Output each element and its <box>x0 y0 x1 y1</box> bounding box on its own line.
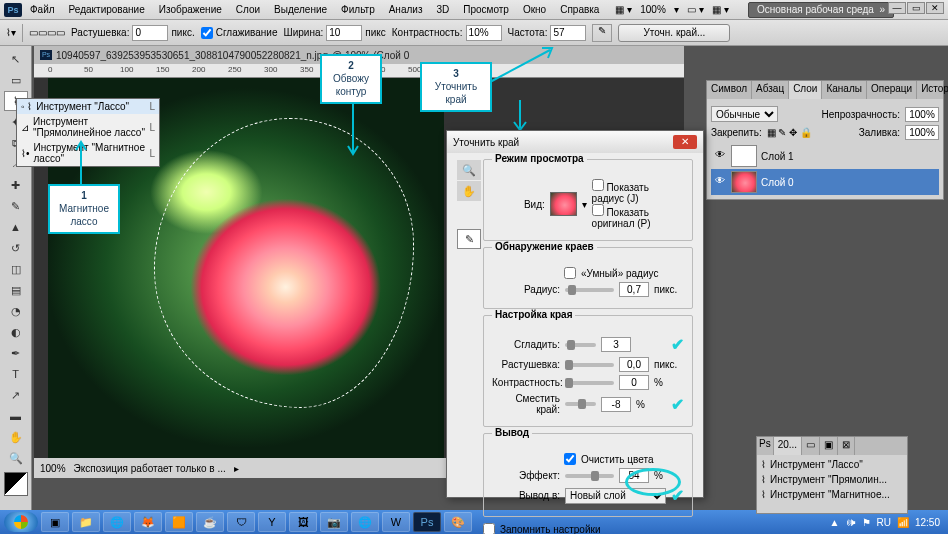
blend-mode[interactable]: Обычные <box>711 106 778 122</box>
taskbar-icon[interactable]: 🖼 <box>289 512 317 532</box>
pen-tool[interactable]: ✒ <box>4 343 28 363</box>
shift-input[interactable] <box>601 397 631 412</box>
menu-help[interactable]: Справка <box>554 2 605 17</box>
refine-edge-button[interactable]: Уточн. край... <box>618 24 730 42</box>
taskbar-icon[interactable]: 🦊 <box>134 512 162 532</box>
zoom-display[interactable]: 100% <box>634 2 672 17</box>
smooth-checkbox[interactable] <box>201 27 213 39</box>
stamp-tool[interactable]: ▲ <box>4 217 28 237</box>
path-tool[interactable]: ↗ <box>4 385 28 405</box>
taskbar-icon[interactable]: 🌐 <box>351 512 379 532</box>
menu-layers[interactable]: Слои <box>230 2 266 17</box>
color-swatches[interactable] <box>4 472 28 496</box>
contrast-slider[interactable] <box>565 381 614 385</box>
maximize-icon[interactable]: ▭ <box>907 2 925 14</box>
menu-analysis[interactable]: Анализ <box>383 2 429 17</box>
radius-slider[interactable] <box>565 288 614 292</box>
options-bar: ⌇▾ ▭▭▭▭ Растушевка: пикс. Сглаживание Ши… <box>0 20 948 46</box>
brush-icon[interactable]: ✎ <box>457 229 481 249</box>
lasso-icon: ⌇▾ <box>6 27 16 38</box>
smooth-input[interactable] <box>601 337 631 352</box>
history-panel[interactable]: Ps20...▭▣⊠ ⌇Инструмент "Лассо" ⌇Инструме… <box>756 436 908 514</box>
visibility-icon[interactable]: 👁 <box>713 175 727 189</box>
taskbar-icon[interactable]: 📷 <box>320 512 348 532</box>
fill-input[interactable] <box>905 125 939 140</box>
gradient-tool[interactable]: ▤ <box>4 280 28 300</box>
layer-row[interactable]: 👁 Слой 0 <box>711 169 939 195</box>
menu-file[interactable]: Файл <box>24 2 61 17</box>
zoom-icon[interactable]: 🔍 <box>457 160 481 180</box>
move-tool[interactable]: ↖ <box>4 49 28 69</box>
feather-slider[interactable] <box>565 363 614 367</box>
hand-tool[interactable]: ✋ <box>4 427 28 447</box>
zoom-value[interactable]: 100% <box>40 463 66 474</box>
pressure-icon[interactable]: ✎ <box>592 24 612 42</box>
smooth-slider[interactable] <box>565 343 596 347</box>
visibility-icon[interactable]: 👁 <box>713 149 727 163</box>
menu-edit[interactable]: Редактирование <box>63 2 151 17</box>
tab-layers[interactable]: Слои <box>789 81 822 99</box>
freq-input[interactable] <box>550 25 586 41</box>
zoom-tool[interactable]: 🔍 <box>4 448 28 468</box>
radius-input[interactable] <box>619 282 649 297</box>
polygonal-lasso-option[interactable]: ⊿ Инструмент "Прямолинейное лассо"L <box>17 114 159 140</box>
tray-lang[interactable]: RU <box>877 517 891 528</box>
effect-slider[interactable] <box>565 474 614 478</box>
callout-3: 3Уточнить край <box>420 62 492 112</box>
view-thumb[interactable] <box>550 192 577 216</box>
taskbar-ps[interactable]: Ps <box>413 512 441 532</box>
blur-tool[interactable]: ◔ <box>4 301 28 321</box>
taskbar-icon[interactable]: W <box>382 512 410 532</box>
menu-view[interactable]: Просмотр <box>457 2 515 17</box>
tray-clock[interactable]: 12:50 <box>915 517 940 528</box>
contrast-input[interactable] <box>466 25 502 41</box>
layer-row[interactable]: 👁 Слой 1 <box>711 143 939 169</box>
taskbar-icon[interactable]: ▣ <box>41 512 69 532</box>
contrast-input[interactable] <box>619 375 649 390</box>
lasso-option[interactable]: ◦ ⌇ Инструмент "Лассо"L <box>17 99 159 114</box>
opacity-input[interactable] <box>905 107 939 122</box>
brush-tool[interactable]: ✎ <box>4 196 28 216</box>
type-tool[interactable]: T <box>4 364 28 384</box>
taskbar-icon[interactable]: Y <box>258 512 286 532</box>
minimize-icon[interactable]: — <box>888 2 906 14</box>
history-brush[interactable]: ↺ <box>4 238 28 258</box>
menu-select[interactable]: Выделение <box>268 2 333 17</box>
smart-radius-check[interactable] <box>564 267 576 279</box>
taskbar-icon[interactable]: ☕ <box>196 512 224 532</box>
taskbar-icon[interactable]: 🟧 <box>165 512 193 532</box>
eraser-tool[interactable]: ◫ <box>4 259 28 279</box>
window-controls: — ▭ ✕ <box>888 2 944 14</box>
clean-colors-check[interactable] <box>564 453 576 465</box>
hand-icon[interactable]: ✋ <box>457 181 481 201</box>
start-button[interactable] <box>4 512 38 532</box>
shift-slider[interactable] <box>565 402 596 406</box>
feather-input[interactable] <box>619 357 649 372</box>
heal-tool[interactable]: ✚ <box>4 175 28 195</box>
callout-2: 2Обвожу контур <box>320 54 382 104</box>
menu-window[interactable]: Окно <box>517 2 552 17</box>
show-radius-check[interactable] <box>592 179 604 191</box>
taskbar-icon[interactable]: 📁 <box>72 512 100 532</box>
menu-3d[interactable]: 3D <box>430 2 455 17</box>
show-original-check[interactable] <box>592 204 604 216</box>
workspace-button[interactable]: Основная рабочая среда » <box>748 2 894 18</box>
taskbar-icon[interactable]: 🛡 <box>227 512 255 532</box>
marquee-tool[interactable]: ▭ <box>4 70 28 90</box>
menu-image[interactable]: Изображение <box>153 2 228 17</box>
close-icon[interactable]: ✕ <box>673 135 697 149</box>
taskbar-icon[interactable]: 🌐 <box>103 512 131 532</box>
feather-input[interactable] <box>132 25 168 41</box>
remember-check[interactable] <box>483 523 495 534</box>
menubar: Ps Файл Редактирование Изображение Слои … <box>0 0 948 20</box>
dodge-tool[interactable]: ◐ <box>4 322 28 342</box>
magnetic-lasso-option[interactable]: ⌇• Инструмент "Магнитное лассо"L <box>17 140 159 166</box>
shape-tool[interactable]: ▬ <box>4 406 28 426</box>
output-select[interactable]: Новый слой <box>565 488 666 504</box>
width-input[interactable] <box>326 25 362 41</box>
menu-filter[interactable]: Фильтр <box>335 2 381 17</box>
dialog-title: Уточнить край <box>453 137 519 148</box>
close-icon[interactable]: ✕ <box>926 2 944 14</box>
app-logo: Ps <box>4 3 22 17</box>
effect-input[interactable] <box>619 468 649 483</box>
